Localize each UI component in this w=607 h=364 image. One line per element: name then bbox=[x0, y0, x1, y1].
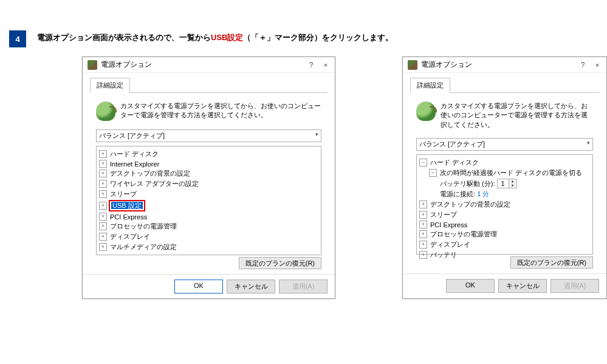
tree-item-sleep[interactable]: +スリープ bbox=[418, 210, 591, 220]
help-button[interactable]: ? bbox=[578, 61, 587, 69]
tree-item-pci[interactable]: +PCI Express bbox=[98, 212, 320, 221]
step-text: 電源オプション画面が表示されるので、一覧からUSB設定（「＋」マーク部分）をクリ… bbox=[37, 30, 393, 44]
tree-item-hdd[interactable]: +ハード ディスク bbox=[98, 149, 320, 159]
tree-item-cpu[interactable]: +プロセッサの電源管理 bbox=[98, 221, 320, 232]
tree-item-display[interactable]: +ディスプレイ bbox=[98, 232, 320, 242]
plus-icon[interactable]: + bbox=[99, 160, 107, 168]
plus-icon[interactable]: + bbox=[99, 190, 107, 198]
tree-item-desktop-bg[interactable]: +デスクトップの背景の設定 bbox=[418, 199, 591, 210]
plus-icon[interactable]: + bbox=[99, 243, 107, 251]
minus-icon[interactable]: − bbox=[419, 159, 427, 167]
apply-button[interactable]: 適用(A) bbox=[279, 280, 328, 294]
power-icon bbox=[408, 60, 417, 70]
minutes-stepper[interactable]: 1▴▾ bbox=[497, 179, 517, 188]
chevron-down-icon: ▾ bbox=[587, 140, 590, 149]
plus-icon[interactable]: + bbox=[99, 170, 107, 177]
close-button[interactable]: × bbox=[593, 61, 602, 69]
plus-icon[interactable]: + bbox=[99, 150, 107, 158]
power-icon bbox=[87, 60, 97, 70]
power-options-dialog-left: 電源オプション ? × 詳細設定 カスタマイズする電源プランを選択してから、お使… bbox=[82, 57, 335, 299]
tree-item-multimedia[interactable]: +マルチメディアの設定 bbox=[98, 242, 320, 252]
plan-desc: カスタマイズする電源プランを選択してから、お使いのコンピューターで電源を管理する… bbox=[441, 101, 593, 129]
tree-item-cpu[interactable]: +プロセッサの電源管理 bbox=[418, 229, 591, 239]
plan-icon bbox=[96, 101, 115, 121]
plus-icon[interactable]: + bbox=[419, 211, 427, 219]
cancel-button[interactable]: キャンセル bbox=[227, 280, 275, 294]
close-button[interactable]: × bbox=[321, 61, 330, 69]
ok-button[interactable]: OK bbox=[446, 279, 495, 293]
dialog-title: 電源オプション bbox=[101, 60, 307, 70]
apply-button[interactable]: 適用(A) bbox=[550, 279, 599, 293]
tree-item-ie[interactable]: +Internet Explorer bbox=[98, 159, 320, 168]
dialog-title: 電源オプション bbox=[421, 60, 578, 70]
settings-tree[interactable]: −ハード ディスク −次の時間が経過後ハード ディスクの電源を切る バッテリ駆動… bbox=[416, 154, 593, 255]
up-icon[interactable]: ▴ bbox=[509, 179, 516, 184]
cancel-button[interactable]: キャンセル bbox=[498, 279, 547, 293]
plus-icon[interactable]: + bbox=[419, 230, 427, 238]
tree-item-wireless[interactable]: +ワイヤレス アダプターの設定 bbox=[98, 179, 320, 189]
plus-icon[interactable]: + bbox=[419, 221, 427, 228]
plus-icon[interactable]: + bbox=[99, 213, 107, 221]
plus-icon[interactable]: + bbox=[419, 201, 427, 208]
tree-item-usb[interactable]: +USB 設定 bbox=[98, 199, 320, 212]
ok-button[interactable]: OK bbox=[174, 280, 223, 294]
tab-advanced[interactable]: 詳細設定 bbox=[410, 78, 450, 93]
step-number: 4 bbox=[9, 30, 26, 47]
tree-item-desktop-bg[interactable]: +デスクトップの背景の設定 bbox=[98, 168, 320, 179]
tree-item-hdd-timeout[interactable]: −次の時間が経過後ハード ディスクの電源を切る bbox=[418, 168, 591, 178]
plan-select[interactable]: バランス [アクティブ]▾ bbox=[416, 138, 593, 151]
down-icon[interactable]: ▾ bbox=[509, 184, 516, 188]
tree-item-sleep[interactable]: +スリープ bbox=[98, 189, 320, 199]
tree-item-pci[interactable]: +PCI Express bbox=[418, 220, 591, 229]
chevron-down-icon: ▾ bbox=[315, 131, 318, 140]
plus-icon[interactable]: + bbox=[99, 222, 107, 230]
restore-defaults-button[interactable]: 既定のプランの復元(R) bbox=[510, 256, 593, 269]
minus-icon[interactable]: − bbox=[429, 169, 437, 177]
plan-desc: カスタマイズする電源プランを選択してから、お使いのコンピューターで電源を管理する… bbox=[120, 101, 321, 121]
plus-icon[interactable]: + bbox=[419, 241, 427, 249]
plus-icon[interactable]: + bbox=[99, 233, 107, 241]
tab-advanced[interactable]: 詳細設定 bbox=[90, 78, 130, 93]
restore-defaults-button[interactable]: 既定のプランの復元(R) bbox=[239, 257, 321, 269]
power-options-dialog-right: 電源オプション ? × 詳細設定 カスタマイズする電源プランを選択してから、お使… bbox=[402, 57, 607, 299]
tree-item-battery[interactable]: バッテリ駆動 (分): 1▴▾ bbox=[418, 178, 591, 189]
plus-icon[interactable]: + bbox=[99, 180, 107, 188]
settings-tree[interactable]: +ハード ディスク +Internet Explorer +デスクトップの背景の… bbox=[96, 146, 321, 255]
plan-icon bbox=[416, 101, 436, 121]
plus-icon[interactable]: + bbox=[419, 251, 427, 259]
help-button[interactable]: ? bbox=[307, 61, 315, 69]
tree-item-hdd[interactable]: −ハード ディスク bbox=[418, 157, 591, 168]
plan-select[interactable]: バランス [アクティブ]▾ bbox=[96, 129, 321, 142]
plus-icon[interactable]: + bbox=[99, 202, 107, 210]
tree-item-display[interactable]: +ディスプレイ bbox=[418, 239, 591, 250]
tree-item-ac[interactable]: 電源に接続: 1 分 bbox=[418, 189, 591, 199]
